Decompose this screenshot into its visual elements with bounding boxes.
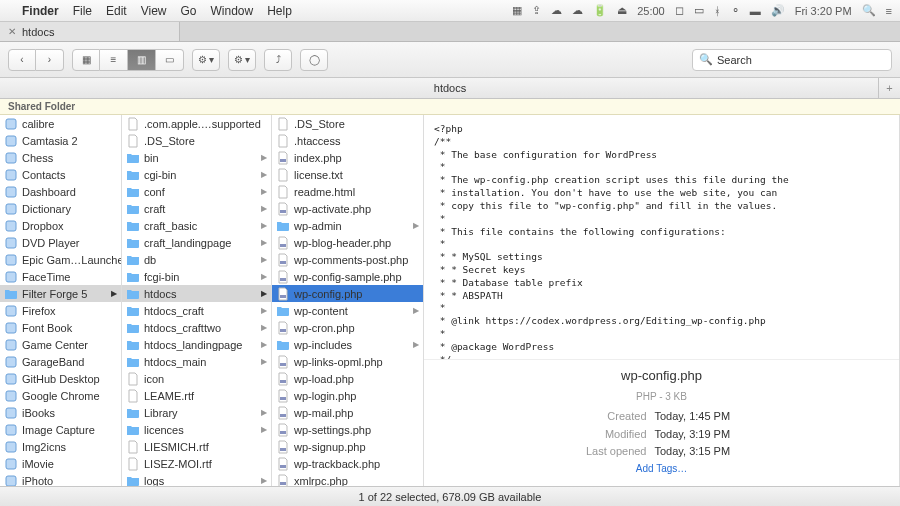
tab-close-icon[interactable]: ✕ — [8, 26, 16, 37]
file-item[interactable]: .com.apple.…supported — [122, 115, 271, 132]
file-item[interactable]: Firefox — [0, 302, 121, 319]
file-item[interactable]: .htaccess — [272, 132, 423, 149]
file-item[interactable]: .DS_Store — [122, 132, 271, 149]
back-button[interactable]: ‹ — [8, 49, 36, 71]
forward-button[interactable]: › — [36, 49, 64, 71]
menu-go[interactable]: Go — [181, 4, 197, 18]
file-item[interactable]: .DS_Store — [272, 115, 423, 132]
wifi-icon[interactable]: ⚬ — [731, 4, 740, 17]
file-item[interactable]: licences▶ — [122, 421, 271, 438]
file-item[interactable]: iMovie — [0, 455, 121, 472]
file-item[interactable]: GarageBand — [0, 353, 121, 370]
icon-view-button[interactable]: ▦ — [72, 49, 100, 71]
add-tab-button[interactable]: + — [878, 78, 900, 98]
file-item[interactable]: cgi-bin▶ — [122, 166, 271, 183]
menu-help[interactable]: Help — [267, 4, 292, 18]
file-item[interactable]: conf▶ — [122, 183, 271, 200]
action-button[interactable]: ⚙ ▾ — [228, 49, 256, 71]
column-view-button[interactable]: ▥ — [128, 49, 156, 71]
file-item[interactable]: LIESMICH.rtf — [122, 438, 271, 455]
add-tags-button[interactable]: Add Tags… — [424, 463, 899, 474]
file-item[interactable]: wp-login.php — [272, 387, 423, 404]
list-view-button[interactable]: ≡ — [100, 49, 128, 71]
window-tab[interactable]: ✕ htdocs — [0, 22, 180, 41]
file-item[interactable]: htdocs_craft▶ — [122, 302, 271, 319]
file-item[interactable]: Contacts — [0, 166, 121, 183]
notification-center-icon[interactable]: ≡ — [886, 5, 892, 17]
file-item[interactable]: Filter Forge 5▶ — [0, 285, 121, 302]
file-item[interactable]: readme.html — [272, 183, 423, 200]
volume-icon[interactable]: 🔊 — [771, 4, 785, 17]
file-item[interactable]: wp-includes▶ — [272, 336, 423, 353]
file-item[interactable]: craft_landingpage▶ — [122, 234, 271, 251]
file-item[interactable]: wp-admin▶ — [272, 217, 423, 234]
file-item[interactable]: DVD Player — [0, 234, 121, 251]
file-item[interactable]: Google Chrome — [0, 387, 121, 404]
clock[interactable]: Fri 3:20 PM — [795, 5, 852, 17]
file-item[interactable]: craft_basic▶ — [122, 217, 271, 234]
file-item[interactable]: Font Book — [0, 319, 121, 336]
cloud-icon[interactable]: ☁ — [572, 4, 583, 17]
eject-icon[interactable]: ⏏ — [617, 4, 627, 17]
file-item[interactable]: wp-settings.php — [272, 421, 423, 438]
file-item[interactable]: FaceTime — [0, 268, 121, 285]
menu-edit[interactable]: Edit — [106, 4, 127, 18]
gallery-view-button[interactable]: ▭ — [156, 49, 184, 71]
sync-icon[interactable]: ☁ — [551, 4, 562, 17]
file-item[interactable]: Img2icns — [0, 438, 121, 455]
file-item[interactable]: GitHub Desktop — [0, 370, 121, 387]
app-name[interactable]: Finder — [22, 4, 59, 18]
file-item[interactable]: Image Capture — [0, 421, 121, 438]
share-button[interactable]: ⤴ — [264, 49, 292, 71]
file-item[interactable]: logs▶ — [122, 472, 271, 486]
file-item[interactable]: htdocs_landingpage▶ — [122, 336, 271, 353]
file-item[interactable]: bin▶ — [122, 149, 271, 166]
file-item[interactable]: Dashboard — [0, 183, 121, 200]
file-item[interactable]: wp-content▶ — [272, 302, 423, 319]
file-item[interactable]: wp-config.php — [272, 285, 423, 302]
menu-window[interactable]: Window — [211, 4, 254, 18]
menu-view[interactable]: View — [141, 4, 167, 18]
file-item[interactable]: wp-load.php — [272, 370, 423, 387]
file-item[interactable]: icon — [122, 370, 271, 387]
dropbox-icon[interactable]: ⇪ — [532, 4, 541, 17]
bluetooth-icon[interactable]: ᚼ — [714, 5, 721, 17]
arrange-button[interactable]: ⚙ ▾ — [192, 49, 220, 71]
file-item[interactable]: xmlrpc.php — [272, 472, 423, 486]
file-item[interactable]: wp-activate.php — [272, 200, 423, 217]
spotlight-icon[interactable]: 🔍 — [862, 4, 876, 17]
file-item[interactable]: wp-blog-header.php — [272, 234, 423, 251]
file-item[interactable]: index.php — [272, 149, 423, 166]
column-2[interactable]: .com.apple.…supported.DS_Storebin▶cgi-bi… — [122, 115, 272, 486]
file-item[interactable]: iBooks — [0, 404, 121, 421]
file-item[interactable]: db▶ — [122, 251, 271, 268]
file-item[interactable]: iPhoto — [0, 472, 121, 486]
file-item[interactable]: Dictionary — [0, 200, 121, 217]
battery-icon[interactable]: ▬ — [750, 5, 761, 17]
timer-text[interactable]: 25:00 — [637, 5, 665, 17]
tags-button[interactable]: ◯ — [300, 49, 328, 71]
file-item[interactable]: LEAME.rtf — [122, 387, 271, 404]
file-item[interactable]: LISEZ-MOI.rtf — [122, 455, 271, 472]
file-item[interactable]: Camtasia 2 — [0, 132, 121, 149]
file-item[interactable]: wp-config-sample.php — [272, 268, 423, 285]
file-item[interactable]: license.txt — [272, 166, 423, 183]
file-item[interactable]: fcgi-bin▶ — [122, 268, 271, 285]
battery-menubar-icon[interactable]: 🔋 — [593, 4, 607, 17]
column-1[interactable]: calibreCamtasia 2ChessContactsDashboardD… — [0, 115, 122, 486]
file-item[interactable]: wp-signup.php — [272, 438, 423, 455]
menu-file[interactable]: File — [73, 4, 92, 18]
file-item[interactable]: htdocs_crafttwo▶ — [122, 319, 271, 336]
file-item[interactable]: htdocs▶ — [122, 285, 271, 302]
file-item[interactable]: Epic Gam…Launcher — [0, 251, 121, 268]
file-item[interactable]: htdocs_main▶ — [122, 353, 271, 370]
file-item[interactable]: wp-links-opml.php — [272, 353, 423, 370]
file-item[interactable]: Game Center — [0, 336, 121, 353]
file-item[interactable]: wp-cron.php — [272, 319, 423, 336]
file-item[interactable]: craft▶ — [122, 200, 271, 217]
screen-share-icon[interactable]: ▭ — [694, 4, 704, 17]
file-item[interactable]: calibre — [0, 115, 121, 132]
file-item[interactable]: Library▶ — [122, 404, 271, 421]
search-field[interactable]: 🔍 Search — [692, 49, 892, 71]
column-3[interactable]: .DS_Store.htaccessindex.phplicense.txtre… — [272, 115, 424, 486]
